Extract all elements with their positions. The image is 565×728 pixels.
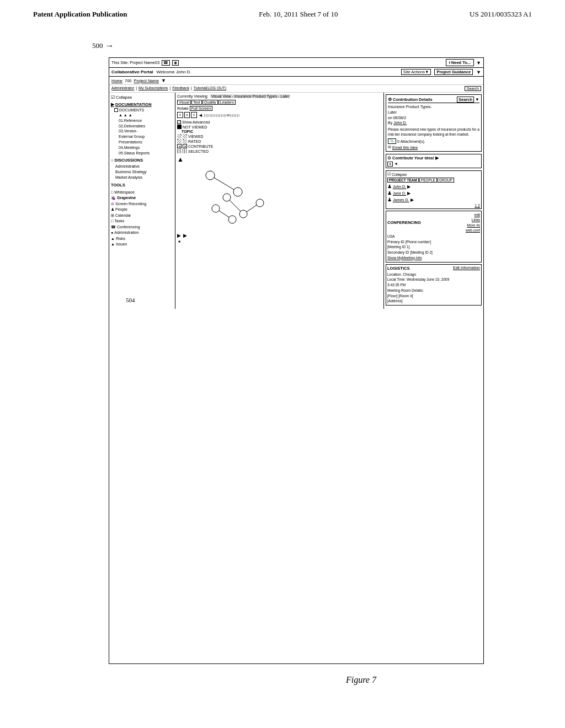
calendar-item[interactable]: ⊞ Calendar xyxy=(111,213,173,219)
contribution-details-box: ⚙ Contribution Details Search ▼ Insuranc… xyxy=(386,94,482,152)
grapevine-icon: 🍇 xyxy=(111,195,116,201)
nav-feedback[interactable]: Feedback xyxy=(172,86,189,91)
address-row: [Address] xyxy=(387,298,480,304)
edit-info-link[interactable]: Edit Information xyxy=(453,266,480,271)
doc-checkbox xyxy=(114,108,118,112)
conferencing-item[interactable]: ☎ Conferencing xyxy=(111,224,173,231)
arrow-500: → xyxy=(105,41,114,51)
expand-arrow[interactable]: ▲ xyxy=(177,156,382,163)
attachments-label: 0 Attachment(s) xyxy=(397,140,424,143)
scroll-indicator: ◄ xyxy=(177,239,382,243)
james-arrow: ▶ xyxy=(411,197,414,202)
tab-group[interactable]: GROUP xyxy=(438,178,454,183)
screen-recording-item[interactable]: ⊙ Screen Recording xyxy=(111,201,173,207)
tab-text[interactable]: Text xyxy=(191,100,202,105)
risks-item[interactable]: ▲ Risks xyxy=(111,236,173,242)
more-label[interactable]: More #s xyxy=(466,223,480,228)
contrib-title-row: ⚙ Contribution Details Search ▼ xyxy=(388,97,479,103)
expand-icon[interactable]: ◄ xyxy=(198,113,203,118)
tab-people[interactable]: PEOPLE xyxy=(419,178,437,183)
conf-header: CONFERENCING edit Links More #s web.conf xyxy=(387,212,480,232)
plus-icon2[interactable]: + xyxy=(191,112,197,118)
discussions-row[interactable]: ○ DISCUSSIONS xyxy=(111,158,173,163)
people-item[interactable]: ♟ People xyxy=(111,207,173,213)
x-icon[interactable]: × xyxy=(184,112,190,118)
person-name-james[interactable]: James D. xyxy=(393,198,409,202)
contrib-search[interactable]: Search xyxy=(457,97,474,103)
filter-viewed: VIEWED xyxy=(177,134,382,138)
tools-label: TOOLS xyxy=(111,183,173,188)
tab-leaders[interactable]: Leaders xyxy=(218,100,236,105)
person-name-john[interactable]: John D. xyxy=(393,185,406,189)
nav-admin[interactable]: Administrator xyxy=(111,86,134,91)
edit-label[interactable]: edit xyxy=(466,212,480,217)
idea-expand[interactable]: ≡ xyxy=(387,162,393,167)
webconf-label[interactable]: web.conf xyxy=(466,228,480,233)
middle-content: Currently Viewing: Visual View - Insuran… xyxy=(175,93,384,309)
svg-line-0 xyxy=(210,175,238,192)
svg-point-6 xyxy=(223,194,231,201)
figure-label: Figure 7 xyxy=(346,675,376,685)
person-name-jane[interactable]: Jane D. xyxy=(393,191,406,195)
show-advanced-cb[interactable]: □ xyxy=(177,120,181,124)
screen-icon: ⊙ xyxy=(111,201,114,207)
tab-visual[interactable]: Visual xyxy=(177,100,191,105)
people-icon: ♟ xyxy=(111,207,114,213)
portal-label: This Site: Project Name03 xyxy=(111,60,159,65)
plus-icon[interactable]: + xyxy=(177,112,183,118)
filter-rated: RATED xyxy=(177,139,382,143)
search-box[interactable]: Search xyxy=(465,86,481,91)
svg-point-10 xyxy=(228,216,236,223)
grapevine-item[interactable]: 🍇 Grapevine xyxy=(111,195,173,201)
need-to-box[interactable]: I Need To... xyxy=(446,59,474,66)
viewing-value: Visual View - Insurance Product Types - … xyxy=(210,94,291,98)
selected-icon2 xyxy=(183,149,187,153)
people-collapse-row: ☑ Collapse xyxy=(387,172,480,176)
local-time-row: Local Time: Wednesday June 10, 2009 xyxy=(387,277,480,282)
idea-controls: ≡ ◄ xyxy=(387,162,480,167)
by-name[interactable]: John D. xyxy=(393,120,407,126)
admin-item[interactable]: ● Administration xyxy=(111,230,173,236)
documentation-label[interactable]: ▶ DOCUMENTATION xyxy=(111,102,173,107)
home-link[interactable]: Home xyxy=(111,78,122,83)
right-arrow1: ▶ xyxy=(177,233,181,238)
selected-icon xyxy=(177,149,182,153)
conf-title: CONFERENCING xyxy=(387,220,421,225)
conf-details: USA Primary ID [Phone number] [Meeting I… xyxy=(387,234,480,261)
nav-tutorial[interactable]: Tutorial(LOG OUT) xyxy=(194,86,226,91)
project-guidance-box[interactable]: Project Guidance xyxy=(434,69,473,75)
disc-circle: ○ xyxy=(111,158,114,163)
site-actions-box[interactable]: Site Actions▼ xyxy=(401,69,431,75)
tab-project-team[interactable]: PROJECT TEAM xyxy=(387,178,419,183)
conf-links-area: edit Links More #s web.conf xyxy=(466,212,480,232)
people-section: ☑ Collapse PROJECT TEAM PEOPLE GROUP ♟ xyxy=(386,170,482,209)
time-value-row: 3:43:35 PM xyxy=(387,282,480,288)
rotate-label: Rotate xyxy=(177,106,189,110)
floor-room-row: [Floor] [Room #] xyxy=(387,293,480,299)
sidebar-collapse-section: ☑ Collapse xyxy=(111,95,173,100)
tab-quality[interactable]: Quality xyxy=(202,100,218,105)
tick-marks: ||||||||||||||||M||||||| xyxy=(204,114,240,117)
conferencing-box: CONFERENCING edit Links More #s web.conf… xyxy=(386,211,482,262)
whitespace-item[interactable]: □ Whitespace xyxy=(111,190,173,196)
bottom-arrows: ▶ ▶ xyxy=(177,233,382,238)
sidebar-collapse-label: Collapse xyxy=(116,95,132,100)
people-tabs: PROJECT TEAM PEOPLE GROUP xyxy=(387,178,480,183)
full-screen-btn[interactable]: Full Screen xyxy=(190,106,212,111)
email-link[interactable]: Email this Idea xyxy=(392,146,418,149)
person-icon-james: ♟ xyxy=(387,197,392,202)
nav-subscriptions[interactable]: My Subscriptions xyxy=(138,86,168,91)
sidebar-item-docs[interactable]: DOCUMENTS xyxy=(114,108,173,112)
conf-meeting1-row: [Meeting ID 1] xyxy=(387,244,480,250)
page-header: Patent Application Publication Feb. 10, … xyxy=(0,0,565,24)
issues-item[interactable]: ▲ Issues xyxy=(111,242,173,248)
person-icon-john: ♟ xyxy=(387,184,392,189)
diagram-main: ☑ Collapse ▶ DOCUMENTATION xyxy=(109,93,483,309)
location-row: Location: Chicago xyxy=(387,272,480,277)
links-label[interactable]: Links xyxy=(466,217,480,222)
tasks-item[interactable]: □ Tasks xyxy=(111,218,173,224)
logistics-box: LOGISTICS Edit Information Location: Chi… xyxy=(386,264,482,306)
viewed-icon2 xyxy=(183,134,187,138)
project-name-link[interactable]: Project Name xyxy=(134,78,159,83)
show-my-meeting[interactable]: Show MyMeeting Info xyxy=(387,255,480,261)
